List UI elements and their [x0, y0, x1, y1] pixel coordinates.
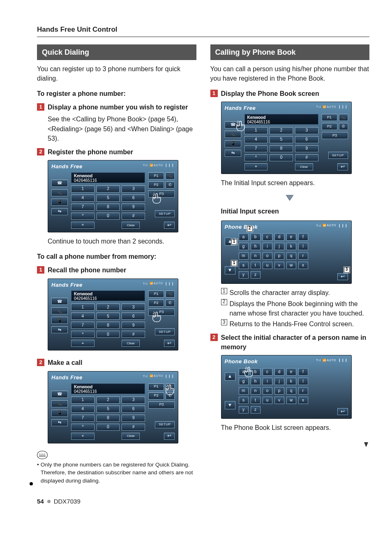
letter-o-button[interactable]: o — [263, 387, 272, 395]
letter-r-button[interactable]: r — [298, 252, 308, 260]
end-call-button[interactable]: ✆ — [339, 123, 348, 130]
keypad-7-button[interactable]: 7 — [244, 145, 268, 152]
letter-i-button[interactable]: i — [263, 378, 272, 385]
preset-p1-button[interactable]: P1 — [322, 114, 337, 121]
side-button-0[interactable]: ☎ — [51, 298, 68, 305]
end-call-button[interactable]: ✆ — [166, 181, 175, 188]
side-button-0[interactable]: ☎ — [51, 180, 68, 187]
letter-w-button[interactable]: w — [286, 397, 296, 404]
letter-l-button[interactable]: l — [298, 378, 308, 385]
keypad-6-button[interactable]: 6 — [295, 136, 318, 143]
letter-h-button[interactable]: h — [251, 378, 261, 385]
clear-button[interactable]: Clear — [122, 340, 140, 347]
keypad-4-button[interactable]: 4 — [71, 195, 95, 202]
preset-p1-button[interactable]: P1 — [148, 172, 164, 179]
lift-call-button[interactable]: 📞 — [166, 290, 175, 297]
letter-y-button[interactable]: y — [239, 271, 249, 278]
letter-n-button[interactable]: n — [251, 252, 261, 260]
keypad-2-button[interactable]: 2 — [270, 127, 293, 134]
keypad-1-button[interactable]: 1 — [71, 304, 95, 311]
side-button-3[interactable]: ⇆ — [51, 326, 68, 333]
keypad-*-button[interactable]: * — [71, 213, 95, 220]
letter-x-button[interactable]: x — [298, 397, 308, 404]
keypad-4-button[interactable]: 4 — [244, 136, 268, 143]
keypad-3-button[interactable]: 3 — [122, 304, 145, 311]
scroll-down-button[interactable]: ▼ — [225, 266, 235, 274]
lift-call-button[interactable]: 📞 — [166, 383, 175, 390]
keypad-5-button[interactable]: 5 — [97, 195, 120, 202]
letter-i-button[interactable]: i — [263, 243, 272, 250]
keypad-5-button[interactable]: 5 — [270, 136, 293, 143]
keypad-6-button[interactable]: 6 — [122, 406, 145, 413]
letter-s-button[interactable]: s — [239, 397, 249, 404]
keypad-*-button[interactable]: * — [244, 154, 268, 161]
side-button-2[interactable]: 📱 — [51, 317, 68, 324]
side-button-2[interactable]: 📱 — [51, 410, 68, 417]
keypad-*-button[interactable]: * — [71, 331, 95, 338]
return-button[interactable]: ↩ — [337, 408, 348, 415]
letter-o-button[interactable]: o — [263, 252, 272, 260]
clear-button[interactable]: Clear — [295, 163, 313, 170]
letter-m-button[interactable]: m — [239, 387, 249, 395]
side-button-3[interactable]: ⇆ — [51, 208, 68, 215]
keypad-0-button[interactable]: 0 — [97, 331, 120, 338]
clear-button[interactable]: Clear — [122, 222, 140, 229]
preset-p1-button[interactable]: P1 — [148, 290, 164, 297]
keypad-7-button[interactable]: 7 — [71, 415, 95, 422]
letter-u-button[interactable]: u — [263, 397, 272, 404]
end-call-button[interactable]: ✆ — [166, 392, 175, 399]
side-button-3[interactable]: ⇆ — [225, 150, 241, 157]
letter-t-button[interactable]: t — [251, 397, 261, 404]
side-button-1[interactable]: 📞 — [51, 400, 68, 407]
letter-b-button[interactable]: b — [251, 233, 261, 241]
keypad-*-button[interactable]: * — [71, 424, 95, 431]
letter-p-button[interactable]: p — [274, 252, 284, 260]
preset-p2-button[interactable]: P2 — [148, 181, 164, 188]
letter-d-button[interactable]: d — [274, 368, 284, 376]
preset-p3-button[interactable]: P3 — [148, 309, 175, 316]
keypad-1-button[interactable]: 1 — [71, 397, 95, 404]
return-button[interactable]: ↩ — [337, 273, 348, 280]
keypad-2-button[interactable]: 2 — [97, 186, 120, 193]
letter-j-button[interactable]: j — [274, 378, 284, 385]
letter-f-button[interactable]: f — [298, 368, 308, 376]
letter-f-button[interactable]: f — [298, 233, 308, 241]
keypad-plus-button[interactable]: + — [71, 340, 95, 347]
letter-k-button[interactable]: k — [286, 378, 296, 385]
letter-a-button[interactable]: a — [239, 233, 249, 241]
lift-call-button[interactable]: 📞 — [166, 172, 175, 179]
letter-h-button[interactable]: h — [251, 243, 261, 250]
keypad-9-button[interactable]: 9 — [122, 322, 145, 329]
keypad-2-button[interactable]: 2 — [97, 397, 120, 404]
letter-x-button[interactable]: x — [298, 262, 308, 269]
letter-y-button[interactable]: y — [239, 406, 249, 413]
preset-p2-button[interactable]: P2 — [148, 299, 164, 306]
keypad-plus-button[interactable]: + — [71, 222, 95, 229]
letter-n-button[interactable]: n — [251, 387, 261, 395]
keypad-3-button[interactable]: 3 — [295, 127, 318, 134]
keypad-0-button[interactable]: 0 — [97, 213, 120, 220]
preset-p2-button[interactable]: P2 — [148, 392, 164, 399]
letter-g-button[interactable]: g — [239, 378, 249, 385]
side-button-1[interactable]: 📞 — [51, 307, 68, 314]
keypad-6-button[interactable]: 6 — [122, 313, 145, 320]
side-button-2[interactable]: 📱 — [51, 199, 68, 206]
keypad-3-button[interactable]: 3 — [122, 397, 145, 404]
letter-e-button[interactable]: e — [286, 368, 296, 376]
letter-z-button[interactable]: z — [251, 271, 261, 278]
setup-button[interactable]: SETUP — [155, 210, 175, 217]
return-button[interactable]: ↩ — [337, 163, 348, 170]
keypad-4-button[interactable]: 4 — [71, 406, 95, 413]
keypad-5-button[interactable]: 5 — [97, 313, 120, 320]
keypad-plus-button[interactable]: + — [244, 163, 268, 170]
keypad-8-button[interactable]: 8 — [97, 204, 120, 211]
keypad-#-button[interactable]: # — [122, 213, 145, 220]
setup-button[interactable]: SETUP — [328, 152, 348, 159]
letter-t-button[interactable]: t — [251, 262, 261, 269]
keypad-plus-button[interactable]: + — [71, 433, 95, 440]
letter-r-button[interactable]: r — [298, 387, 308, 395]
preset-p1-button[interactable]: P1 — [148, 383, 164, 390]
letter-z-button[interactable]: z — [251, 406, 261, 413]
keypad-9-button[interactable]: 9 — [295, 145, 318, 152]
letter-p-button[interactable]: p — [274, 387, 284, 395]
